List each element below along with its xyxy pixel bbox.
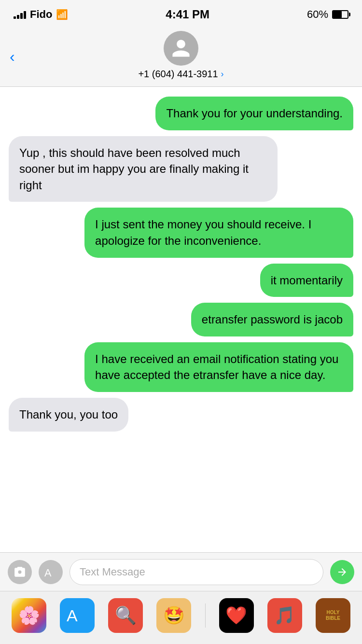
contact-info[interactable]: +1 (604) 441-3911 › (138, 69, 223, 80)
received-bubble: Thank you, you too (9, 398, 128, 432)
dock-web[interactable]: 🔍 (108, 598, 143, 633)
status-left: Fido 📶 (14, 8, 68, 21)
dock-photos[interactable]: 🌸 (12, 598, 46, 633)
apps-button[interactable]: A (39, 560, 63, 584)
svg-text:A: A (67, 606, 78, 625)
message-input-field[interactable]: Text Message (70, 559, 323, 585)
status-bar: Fido 📶 4:41 PM 60% (0, 0, 362, 26)
received-bubble: Yup , this should have been resolved muc… (9, 136, 278, 202)
message-row: Thank you for your understanding. (9, 97, 353, 130)
send-button[interactable] (330, 560, 354, 584)
message-row: it momentarily (9, 264, 353, 297)
messages-area: Thank you for your understanding.Yup , t… (0, 87, 362, 552)
sent-bubble: Thank you for your understanding. (155, 97, 353, 130)
battery-icon (332, 10, 348, 19)
camera-button[interactable] (8, 560, 32, 584)
message-placeholder: Text Message (80, 566, 145, 578)
battery-percent: 60% (307, 8, 328, 21)
dock-music[interactable]: 🎵 (267, 598, 302, 633)
avatar (164, 31, 198, 66)
dock-appstore[interactable]: A (60, 598, 95, 633)
back-button[interactable]: ‹ (10, 47, 15, 65)
carrier-label: Fido (30, 8, 52, 21)
wifi-icon: 📶 (56, 9, 68, 20)
contact-number: +1 (604) 441-3911 (138, 69, 218, 80)
status-right: 60% (307, 8, 348, 21)
signal-icon (14, 10, 26, 19)
message-row: I just sent the money you should receive… (9, 208, 353, 257)
message-row: I have received an email notification st… (9, 342, 353, 392)
input-bar: A Text Message (0, 552, 362, 591)
sent-bubble: etransfer password is jacob (191, 303, 353, 336)
sent-bubble: it momentarily (260, 264, 353, 297)
message-row: Thank you, you too (9, 398, 353, 432)
sent-bubble: I just sent the money you should receive… (84, 208, 353, 257)
message-row: Yup , this should have been resolved muc… (9, 136, 353, 202)
dock-bible[interactable]: HOLYBIBLE (316, 598, 350, 633)
dock-divider (205, 603, 206, 628)
message-header: ‹ +1 (604) 441-3911 › (0, 26, 362, 87)
dock-heart[interactable]: ❤️ (219, 598, 254, 633)
sent-bubble: I have received an email notification st… (84, 342, 353, 392)
dock-memoji[interactable]: 🤩 (156, 598, 191, 633)
message-row: etransfer password is jacob (9, 303, 353, 336)
dock: 🌸 A 🔍 🤩 ❤️ 🎵 HOLYBIBLE (0, 591, 362, 644)
svg-text:A: A (44, 566, 52, 578)
info-chevron: › (221, 69, 224, 79)
status-time: 4:41 PM (166, 8, 209, 21)
